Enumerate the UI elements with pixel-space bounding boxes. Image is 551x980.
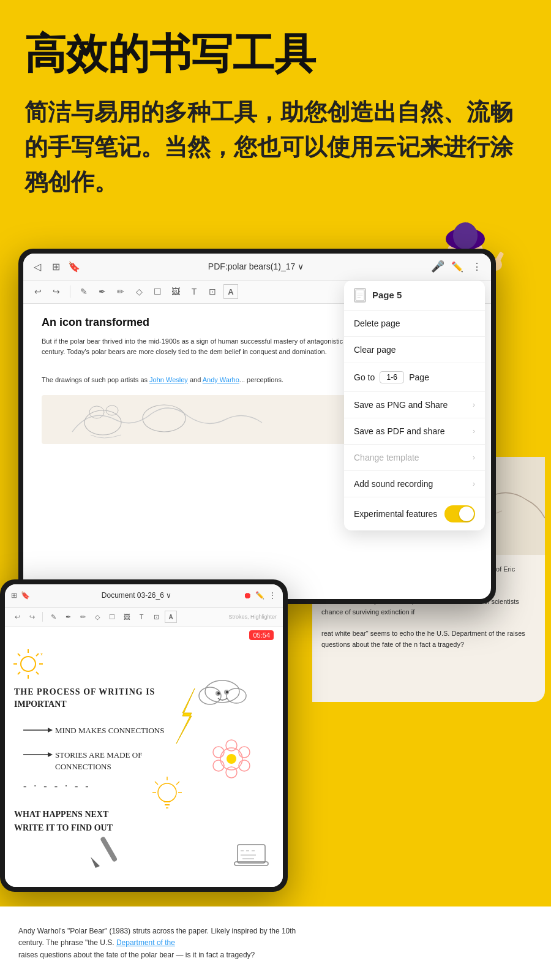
dropdown-menu: Page 5 Delete page Clear page Go to Page xyxy=(344,281,485,530)
experimental-item[interactable]: Experimental features xyxy=(344,497,485,530)
svg-rect-81 xyxy=(234,862,268,865)
experimental-toggle[interactable] xyxy=(444,505,475,522)
document-title[interactable]: PDF:polar bears(1)_17 ∨ xyxy=(81,262,431,271)
dropdown-page-title: Page 5 xyxy=(372,290,402,300)
clear-page-label: Clear page xyxy=(354,345,396,355)
svg-line-38 xyxy=(36,654,39,656)
bookmark-icon[interactable]: 🔖 xyxy=(67,260,81,273)
small-undo-icon[interactable]: ↩ xyxy=(11,611,23,623)
svg-marker-44 xyxy=(48,728,53,733)
pen-edit-icon[interactable]: ✏️ xyxy=(451,260,464,273)
small-record-icon[interactable]: ⏺ xyxy=(243,590,252,600)
svg-text:STORIES ARE MADE OF: STORIES ARE MADE OF xyxy=(55,750,142,760)
small-marker-icon[interactable]: ✏ xyxy=(77,611,89,623)
svg-line-75 xyxy=(155,782,158,785)
small-highlighter-icon[interactable]: ◇ xyxy=(91,611,103,623)
save-png-label: Save as PNG and Share xyxy=(354,400,448,410)
small-edit-icon[interactable]: ✏️ xyxy=(255,591,264,600)
small-redo-icon[interactable]: ↪ xyxy=(26,611,38,623)
toggle-knob xyxy=(459,507,474,521)
save-pdf-chevron: › xyxy=(473,427,475,435)
subtitle-text: 简洁与易用的多种工具，助您创造出自然、流畅的手写笔记。当然，您也可以使用云记来进… xyxy=(24,95,527,200)
save-png-item[interactable]: Save as PNG and Share › xyxy=(344,392,485,418)
small-pencil-icon[interactable]: ✎ xyxy=(47,611,59,623)
goto-page-item[interactable]: Go to Page xyxy=(344,363,485,392)
page-suffix-label: Page xyxy=(409,372,429,382)
small-fountain-icon[interactable]: ✒ xyxy=(62,611,74,623)
svg-point-60 xyxy=(226,691,228,693)
grid-icon[interactable]: ⊞ xyxy=(49,260,62,273)
small-font-icon[interactable]: A xyxy=(165,611,177,623)
clear-page-item[interactable]: Clear page xyxy=(344,337,485,363)
more-options-icon[interactable]: ⋮ xyxy=(470,260,484,273)
svg-text:*: * xyxy=(40,652,43,659)
select-icon[interactable]: ☐ xyxy=(150,284,165,299)
svg-marker-79 xyxy=(91,857,100,868)
svg-point-20 xyxy=(143,405,186,432)
crop-icon[interactable]: ⊡ xyxy=(205,284,220,299)
svg-marker-53 xyxy=(176,688,195,744)
goto-row: Go to Page xyxy=(354,371,429,383)
svg-point-56 xyxy=(227,688,246,703)
small-more-icon[interactable]: ⋮ xyxy=(268,590,277,600)
highlighter-icon[interactable]: ◇ xyxy=(132,284,146,299)
goto-input[interactable] xyxy=(380,371,404,383)
fountain-pen-icon[interactable]: ✒ xyxy=(95,284,110,299)
svg-point-55 xyxy=(199,687,221,704)
svg-text:-  ·  -  -  ·  -  -: - · - - · - - xyxy=(23,781,91,791)
dropdown-header: Page 5 xyxy=(344,281,485,311)
small-grid-icon[interactable]: ⊞ xyxy=(11,591,17,600)
bottom-text-2: century. The phrase "the U.S. Department… xyxy=(18,937,533,949)
small-bookmark-icon[interactable]: 🔖 xyxy=(21,591,30,600)
save-pdf-label: Save as PDF and share xyxy=(354,426,445,436)
svg-point-66 xyxy=(226,767,237,778)
tablet-small: ⊞ 🔖 Document 03-26_6 ∨ ⏺ ✏️ ⋮ ↩ ↪ ✎ ✒ ✏ … xyxy=(0,579,288,892)
image-icon[interactable]: 🖼 xyxy=(168,284,183,299)
svg-point-21 xyxy=(89,406,104,418)
svg-point-59 xyxy=(217,692,220,695)
save-pdf-item[interactable]: Save as PDF and share › xyxy=(344,418,485,445)
svg-point-5 xyxy=(453,222,478,249)
add-sound-chevron: › xyxy=(473,480,475,488)
svg-line-37 xyxy=(36,672,39,674)
back-icon[interactable]: ◁ xyxy=(31,260,44,273)
svg-text:THE PROCESS OF WRITING IS: THE PROCESS OF WRITING IS xyxy=(14,687,155,696)
microphone-icon[interactable]: 🎤 xyxy=(431,260,444,273)
redo-icon[interactable]: ↪ xyxy=(49,284,64,299)
header-section: 高效的书写工具 简洁与易用的多种工具，助您创造出自然、流畅的手写笔记。当然，您也… xyxy=(0,0,551,224)
text-box-icon[interactable]: T xyxy=(187,284,201,299)
main-title: 高效的书写工具 xyxy=(24,31,527,77)
svg-text:WHAT HAPPENS NEXT: WHAT HAPPENS NEXT xyxy=(14,810,109,819)
small-text-icon[interactable]: T xyxy=(135,611,148,623)
marker-icon[interactable]: ✏ xyxy=(113,284,128,299)
svg-rect-78 xyxy=(100,836,118,862)
bottom-text-3: raises questions about the fate of the p… xyxy=(18,949,533,961)
delete-page-item[interactable]: Delete page xyxy=(344,311,485,337)
save-png-chevron: › xyxy=(473,401,475,409)
bottom-strip: Andy Warhol's "Polar Bear" (1983) struts… xyxy=(0,907,551,980)
handwriting-area: 05:54 * THE PROCESS OF WRITI xyxy=(5,627,283,887)
pencil-icon[interactable]: ✎ xyxy=(77,284,91,299)
small-crop-icon[interactable]: ⊡ xyxy=(150,611,162,623)
small-image-icon[interactable]: 🖼 xyxy=(121,611,133,623)
svg-line-39 xyxy=(18,672,20,674)
svg-text:IMPORTANT: IMPORTANT xyxy=(14,699,67,709)
change-template-item[interactable]: Change template › xyxy=(344,445,485,471)
add-sound-item[interactable]: Add sound recording › xyxy=(344,471,485,497)
experimental-label: Experimental features xyxy=(354,509,437,519)
svg-point-54 xyxy=(205,680,239,703)
font-icon[interactable]: A xyxy=(223,284,238,299)
svg-rect-80 xyxy=(238,845,265,863)
svg-text:WRITE IT TO FIND OUT: WRITE IT TO FIND OUT xyxy=(14,823,113,832)
svg-line-74 xyxy=(176,782,179,785)
svg-text:MIND MAKES CONNECTIONS: MIND MAKES CONNECTIONS xyxy=(55,726,164,735)
svg-point-31 xyxy=(21,657,36,671)
tablet-main: ◁ ⊞ 🔖 PDF:polar bears(1)_17 ∨ 🎤 ✏️ ⋮ ↩ ↪… xyxy=(18,249,496,604)
change-template-chevron: › xyxy=(473,453,475,462)
svg-point-63 xyxy=(226,740,237,751)
dept-link[interactable]: Department of the xyxy=(116,938,175,947)
undo-icon[interactable]: ↩ xyxy=(31,284,45,299)
small-select-icon[interactable]: ☐ xyxy=(106,611,118,623)
strokes-label: Strokes, Highlighter xyxy=(228,614,277,620)
small-doc-title[interactable]: Document 03-26_6 ∨ xyxy=(30,591,243,600)
